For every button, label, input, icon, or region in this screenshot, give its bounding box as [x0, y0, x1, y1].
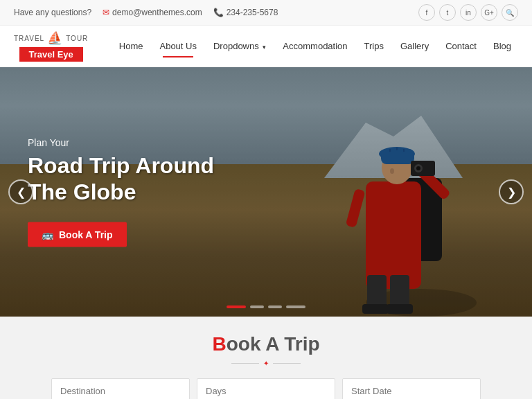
logo-brand-label[interactable]: Travel Eye — [19, 47, 83, 62]
phone-icon: 📞 — [213, 8, 224, 17]
nav-item-gallery[interactable]: Gallery — [393, 35, 436, 57]
phone-text: 234-235-5678 — [227, 8, 278, 17]
slide-dot-3[interactable] — [268, 305, 282, 308]
googleplus-icon[interactable]: G+ — [481, 4, 497, 21]
top-bar-left: Have any questions? ✉ demo@wenthemes.com… — [14, 8, 278, 17]
question-text: Have any questions? — [14, 8, 91, 17]
bus-icon: 🚌 — [42, 229, 53, 240]
slide-dot-4[interactable] — [286, 305, 305, 308]
logo-top: TRAVEL ⛵ TOUR — [14, 30, 88, 46]
book-trip-section: Book A Trip ✦ — [0, 317, 532, 399]
nav-item-home[interactable]: Home — [112, 35, 150, 57]
social-icons: f t in G+ 🔍 — [418, 4, 518, 21]
hero-title-line1: Road Trip Around — [28, 153, 214, 178]
nav-bar: TRAVEL ⛵ TOUR Travel Eye Home About Us D… — [0, 26, 532, 67]
top-bar: Have any questions? ✉ demo@wenthemes.com… — [0, 0, 532, 26]
nav-item-trips[interactable]: Trips — [357, 35, 391, 57]
hero-subtitle: Plan Your — [28, 137, 214, 148]
logo-travel-text: TRAVEL — [14, 35, 44, 42]
slide-dot-2[interactable] — [250, 305, 264, 308]
hero-title-line2: The Globe — [28, 179, 136, 204]
nav-item-contact[interactable]: Contact — [438, 35, 484, 57]
hero-prev-button[interactable]: ❮ — [8, 179, 33, 204]
book-inputs-row — [14, 378, 518, 399]
hero-dots — [227, 305, 305, 308]
hero-next-button[interactable]: ❯ — [499, 179, 524, 204]
logo-sailboat-icon: ⛵ — [47, 30, 63, 46]
logo-tour-text: TOUR — [66, 35, 88, 42]
nav-item-about[interactable]: About Us — [152, 35, 203, 57]
start-date-input[interactable] — [342, 378, 481, 399]
book-trip-title: Book A Trip — [14, 333, 518, 355]
phone-contact[interactable]: 📞 234-235-5678 — [213, 8, 278, 17]
logo: TRAVEL ⛵ TOUR Travel Eye — [14, 30, 88, 62]
book-trip-label: Book A Trip — [59, 229, 113, 240]
book-title-b: B — [212, 333, 226, 355]
email-icon: ✉ — [103, 8, 109, 17]
main-nav: Home About Us Dropdowns ▾ Accommodation … — [112, 35, 518, 57]
destination-input[interactable] — [51, 378, 190, 399]
linkedin-icon[interactable]: in — [460, 4, 477, 21]
search-icon[interactable]: 🔍 — [502, 4, 518, 21]
hero-title: Road Trip Around The Globe — [28, 152, 214, 206]
nav-item-blog[interactable]: Blog — [486, 35, 518, 57]
email-text: demo@wenthemes.com — [112, 8, 202, 17]
book-title-rest: ook A Trip — [227, 333, 320, 355]
nav-item-dropdowns[interactable]: Dropdowns ▾ — [206, 35, 273, 57]
nav-item-accommodation[interactable]: Accommodation — [276, 35, 354, 57]
dropdown-arrow-icon: ▾ — [263, 44, 266, 51]
slide-dot-1[interactable] — [227, 305, 246, 308]
email-contact[interactable]: ✉ demo@wenthemes.com — [103, 8, 202, 17]
star-icon: ✦ — [263, 360, 269, 367]
facebook-icon[interactable]: f — [418, 4, 435, 21]
hero-content: Plan Your Road Trip Around The Globe 🚌 B… — [28, 137, 214, 247]
book-trip-hero-button[interactable]: 🚌 Book A Trip — [28, 222, 127, 247]
book-divider: ✦ — [14, 360, 518, 367]
days-input[interactable] — [197, 378, 335, 399]
hero-section: ❮ Plan Your Road Trip Around The Globe 🚌… — [0, 67, 532, 317]
twitter-icon[interactable]: t — [439, 4, 456, 21]
